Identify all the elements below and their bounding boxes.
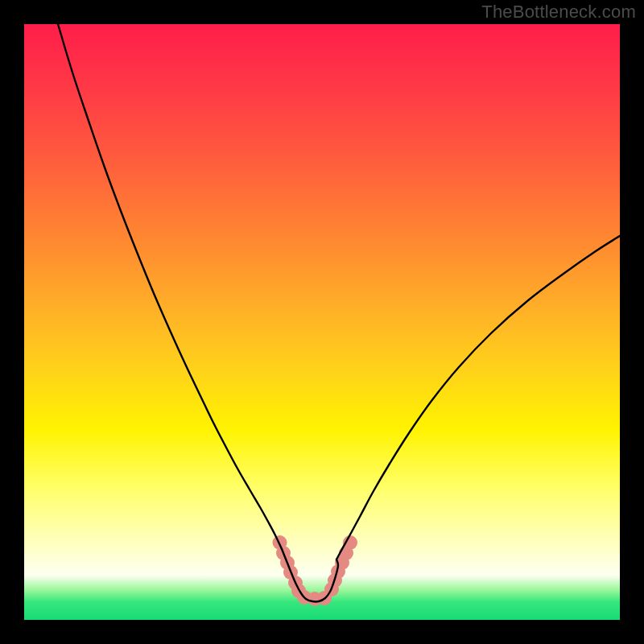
chart-frame: TheBottleneck.com <box>0 0 644 644</box>
left-well-curve <box>58 24 282 549</box>
right-well-curve <box>336 236 620 559</box>
plot-area <box>24 24 620 620</box>
curve-layer <box>24 24 620 620</box>
watermark-text: TheBottleneck.com <box>481 2 636 23</box>
